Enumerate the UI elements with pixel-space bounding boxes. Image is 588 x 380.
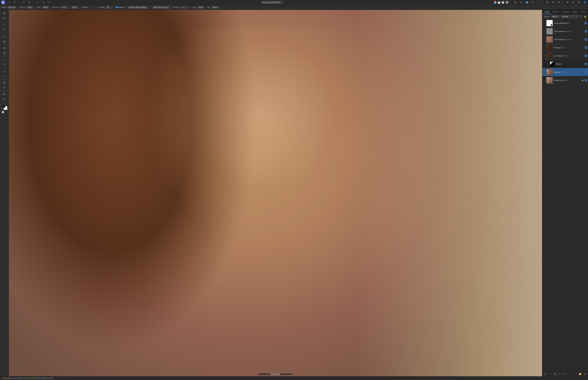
flip-dropdown[interactable]: None — [212, 6, 220, 9]
aligned-checkbox[interactable] — [116, 6, 118, 8]
tab-colour[interactable]: Colour — [571, 10, 579, 14]
layer-visibility-eye-flipped[interactable]: ✓ — [585, 55, 587, 57]
crop-tool[interactable]: ⬚ — [2, 22, 7, 27]
adjust-icon[interactable]: ⊞ — [551, 0, 555, 4]
add-global-source-button[interactable]: Add Global Source — [152, 6, 170, 9]
new-layer-icon[interactable]: 📁 — [578, 372, 582, 376]
vector-tool[interactable] — [2, 74, 7, 78]
flow-input[interactable]: 100 % — [42, 6, 49, 9]
lasso-mode-icon[interactable]: ⤡ — [41, 0, 45, 4]
layer-item-low-freq[interactable]: Low Frequency (Pixel) ✓ — [542, 35, 588, 43]
layer-item-background[interactable]: Background (Pixel) 🔒 ✓ — [542, 76, 588, 84]
navigator-icon[interactable]: ⊕ — [566, 0, 569, 4]
scroll-thumb[interactable] — [270, 374, 281, 375]
menu-sep-1 — [19, 1, 19, 4]
color-wheel-3[interactable] — [501, 1, 504, 4]
layer-item-mask[interactable]: (Mask) ✓ — [542, 60, 588, 68]
lasso-tool[interactable] — [2, 27, 7, 32]
add-layer-icon[interactable]: ⊕ — [583, 372, 587, 376]
export-icon[interactable]: ⬆ — [557, 0, 561, 4]
layer-visibility-mask[interactable]: ✓ — [585, 63, 587, 65]
fx-icon[interactable]: fx — [558, 372, 561, 376]
layers-panel-icon[interactable]: ⊞ — [544, 372, 547, 376]
layers-icon[interactable]: ⊞ — [545, 0, 549, 4]
tab-brushes[interactable]: Brushes — [551, 10, 560, 14]
scale-input[interactable]: 100 % — [197, 6, 204, 9]
home-icon[interactable]: ⌂ — [7, 0, 11, 4]
layer-item-high-freq[interactable]: High Frequency (Pixel) ✓ — [542, 27, 588, 35]
erase-tool[interactable] — [2, 39, 7, 44]
layer-visibility-healing[interactable]: ✓ — [585, 71, 587, 73]
tab-layers[interactable]: Layers — [543, 10, 551, 14]
view3d-icon[interactable]: ◈ — [571, 0, 575, 4]
stabiliser-toggle[interactable]: ⧖ — [90, 5, 94, 9]
delete-icon[interactable]: ✕ — [563, 372, 566, 376]
pointer-tool[interactable] — [2, 16, 7, 20]
canvas-area[interactable] — [9, 10, 542, 376]
sync-icon[interactable]: ↻ — [13, 0, 16, 4]
settings-icon[interactable]: ⚙ — [577, 0, 581, 4]
opacity-input[interactable]: 20 % — [27, 6, 34, 9]
text-tool-btn[interactable]: T — [2, 85, 7, 90]
zoom-tool-btn[interactable] — [2, 97, 7, 102]
length-input[interactable]: 35 — [106, 6, 113, 9]
arrange-icon[interactable]: ⊞ — [513, 0, 517, 4]
scale-label: Scale: — [191, 6, 196, 8]
healing-brush-tool[interactable] — [2, 46, 7, 50]
layer-visibility-high-freq[interactable]: ✓ — [585, 30, 587, 33]
layers-settings-icon[interactable]: ⚙ — [580, 15, 583, 18]
paint-brush-tool[interactable] — [2, 34, 7, 39]
layers-lock-icon[interactable]: 🔒 — [584, 15, 587, 18]
layer-item-curves[interactable]: Curves Adjustment ✓ — [542, 19, 588, 27]
tab-swatches[interactable]: Swatches — [588, 10, 588, 14]
foreground-color-swatch[interactable] — [1, 104, 5, 108]
more-button[interactable]: More — [72, 6, 78, 9]
layer-visibility-low-freq[interactable]: ✓ — [585, 38, 587, 41]
source-dropdown[interactable]: Current Layer & Below — [127, 6, 149, 9]
black-circle[interactable] — [5, 111, 7, 113]
width-input[interactable]: 155.1 px — [7, 6, 16, 9]
layer-thumb-low-freq — [546, 36, 553, 43]
user-icon[interactable]: 👤 — [583, 0, 587, 4]
layer-item-healing[interactable]: Healing (Pixel) ✓ — [542, 68, 588, 76]
arrange2-icon[interactable]: ⬚ — [539, 0, 543, 4]
dodge-burn-tool[interactable] — [2, 57, 7, 62]
select-mode-icon[interactable]: ⬚ — [36, 0, 39, 4]
move-tool[interactable] — [2, 11, 7, 16]
undo-icon[interactable]: ◁ — [21, 0, 25, 4]
shape-rect-tool[interactable] — [2, 80, 7, 85]
context-icon[interactable]: ✦ — [531, 0, 534, 4]
pixel-mode-icon[interactable]: ✦ — [47, 0, 51, 4]
layer-thumb-healing — [546, 69, 553, 75]
color-wheel-2[interactable] — [497, 1, 500, 4]
brush-icon[interactable]: ⬤ — [525, 0, 529, 4]
share-icon[interactable]: ⬆ — [27, 0, 31, 4]
color-wheel-1[interactable] — [493, 1, 496, 4]
hardness-input[interactable]: 0 % — [61, 6, 68, 9]
layer-item-cloning[interactable]: Cloning (Pixel) ✓ — [542, 43, 588, 52]
opacity-value[interactable]: 100 % — [551, 15, 560, 18]
white-circle[interactable] — [2, 111, 4, 113]
rotation-input[interactable]: 0 ° — [181, 6, 188, 9]
tab-history[interactable]: History — [579, 10, 588, 14]
color-wheel-4[interactable] — [506, 1, 509, 4]
tool-sep-5 — [2, 68, 7, 68]
layer-visibility-background[interactable]: ✓ — [585, 79, 587, 81]
stabiliser-settings[interactable]: ⊙ — [95, 5, 98, 9]
clone-stamp-tool[interactable] — [2, 51, 7, 55]
layer-item-eye-flipped[interactable]: ▼ eye flipped (Pixel) ✓ — [542, 52, 588, 60]
horizontal-scrollbar[interactable] — [258, 374, 292, 375]
snapping-icon[interactable]: ⊡ — [519, 0, 523, 4]
blur-sharpen-tool[interactable] — [2, 62, 7, 67]
right-panel: Layers Brushes Histogram Colour History … — [542, 10, 588, 376]
blend-mode-dropdown[interactable]: Normal — [561, 15, 578, 18]
adjustment-icon[interactable]: ◑ — [553, 372, 556, 376]
pen-tool[interactable] — [2, 69, 7, 74]
layer-expand-eye-flipped[interactable]: ▼ — [543, 55, 545, 57]
mask-icon[interactable]: ◻ — [548, 372, 552, 376]
app-logo[interactable]: A — [1, 1, 5, 4]
tab-histogram[interactable]: Histogram — [560, 10, 571, 14]
layer-visibility-curves[interactable]: ✓ — [585, 22, 587, 24]
layer-visibility-cloning[interactable]: ✓ — [585, 46, 587, 49]
transform-tool-btn[interactable] — [2, 92, 7, 97]
